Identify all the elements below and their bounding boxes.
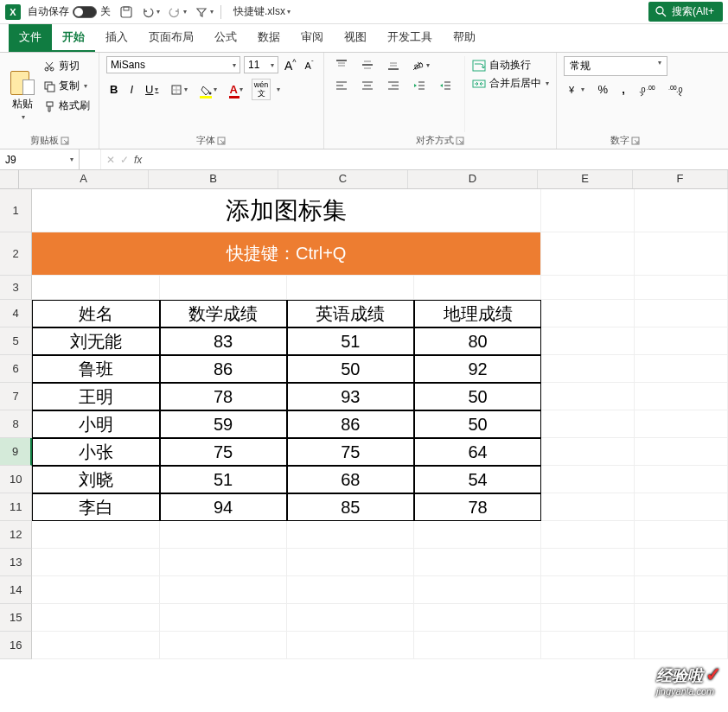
cell[interactable] <box>32 276 159 300</box>
table-cell[interactable]: 小明 <box>32 410 159 438</box>
cell[interactable] <box>414 276 541 300</box>
table-cell[interactable]: 51 <box>160 466 287 493</box>
font-name-select[interactable]: MiSans▾ <box>106 56 240 73</box>
dialog-launcher-icon[interactable] <box>456 137 464 145</box>
table-cell[interactable]: 50 <box>414 410 541 438</box>
underline-button[interactable]: U▾ <box>142 81 162 98</box>
cell[interactable] <box>541 604 635 632</box>
row-header[interactable]: 10 <box>0 466 32 493</box>
table-cell[interactable]: 50 <box>287 355 414 383</box>
cell[interactable] <box>414 604 541 632</box>
align-right-button[interactable] <box>383 77 404 94</box>
row-header[interactable]: 6 <box>0 355 32 383</box>
cell[interactable] <box>160 549 287 576</box>
col-header-E[interactable]: E <box>538 170 633 188</box>
tab-help[interactable]: 帮助 <box>443 24 486 52</box>
cell[interactable] <box>635 410 728 438</box>
row-header[interactable]: 4 <box>0 300 32 327</box>
table-cell[interactable]: 94 <box>160 493 287 521</box>
cell[interactable] <box>414 576 541 604</box>
undo-button[interactable]: ▾ <box>142 6 160 18</box>
select-all-corner[interactable] <box>0 170 19 188</box>
cell[interactable] <box>414 521 541 549</box>
autosave-toggle[interactable]: 自动保存 关 <box>28 4 111 19</box>
increase-font-button[interactable]: A^ <box>282 58 299 73</box>
cell[interactable] <box>635 493 728 521</box>
tab-formulas[interactable]: 公式 <box>204 24 247 52</box>
table-cell[interactable]: 刘晓 <box>32 466 159 493</box>
col-header-B[interactable]: B <box>149 170 278 188</box>
table-cell[interactable]: 93 <box>287 383 414 410</box>
cell[interactable] <box>287 276 414 300</box>
cell[interactable] <box>160 276 287 300</box>
cell[interactable] <box>635 355 728 383</box>
title-cell[interactable]: 添加图标集 <box>32 189 541 232</box>
merge-center-button[interactable]: 合并后居中▾ <box>472 76 549 91</box>
table-cell[interactable]: 50 <box>414 383 541 410</box>
table-cell[interactable]: 59 <box>160 410 287 438</box>
cell[interactable] <box>635 604 728 632</box>
cell[interactable] <box>635 549 728 576</box>
cell[interactable] <box>635 327 728 355</box>
table-header[interactable]: 地理成绩 <box>414 300 541 327</box>
table-cell[interactable]: 刘无能 <box>32 327 159 355</box>
row-header[interactable]: 5 <box>0 327 32 355</box>
row-header[interactable]: 13 <box>0 549 32 576</box>
bold-button[interactable]: B <box>106 81 121 98</box>
table-cell[interactable]: 64 <box>414 438 541 466</box>
row-header[interactable]: 1 <box>0 189 32 232</box>
cell[interactable] <box>541 383 635 410</box>
cell[interactable] <box>635 300 728 327</box>
cell[interactable] <box>541 276 635 300</box>
row-header[interactable]: 16 <box>0 632 32 659</box>
fill-color-button[interactable]: ▾ <box>196 82 220 98</box>
cell[interactable] <box>635 383 728 410</box>
italic-button[interactable]: I <box>126 81 137 98</box>
cell[interactable] <box>541 189 635 232</box>
align-middle-button[interactable] <box>357 56 378 73</box>
name-box[interactable]: J9▾ <box>0 149 80 169</box>
table-header[interactable]: 姓名 <box>32 300 159 327</box>
dialog-launcher-icon[interactable] <box>217 137 226 145</box>
align-center-button[interactable] <box>357 77 378 94</box>
tab-layout[interactable]: 页面布局 <box>138 24 204 52</box>
row-header[interactable]: 3 <box>0 276 32 300</box>
row-header[interactable]: 14 <box>0 576 32 604</box>
cell[interactable] <box>541 327 635 355</box>
comma-button[interactable]: , <box>618 81 629 98</box>
cell[interactable] <box>635 466 728 493</box>
increase-decimal-button[interactable]: .0.00 <box>635 81 658 98</box>
dialog-launcher-icon[interactable] <box>61 137 69 145</box>
worksheet[interactable]: ABCDEF 1添加图标集2快捷键：Ctrl+Q34姓名数学成绩英语成绩地理成绩… <box>0 170 728 659</box>
table-cell[interactable]: 李白 <box>32 493 159 521</box>
save-icon[interactable] <box>119 5 133 19</box>
row-header[interactable]: 8 <box>0 410 32 438</box>
search-box[interactable]: 搜索(Alt+ <box>648 2 723 22</box>
increase-indent-button[interactable] <box>435 77 456 94</box>
cell[interactable] <box>635 232 728 276</box>
col-header-A[interactable]: A <box>19 170 149 188</box>
cell[interactable] <box>287 604 414 632</box>
cell[interactable] <box>287 521 414 549</box>
format-painter-button[interactable]: 格式刷 <box>42 98 92 114</box>
dialog-launcher-icon[interactable] <box>631 137 640 145</box>
cell[interactable] <box>32 632 159 659</box>
table-cell[interactable]: 80 <box>414 327 541 355</box>
table-cell[interactable]: 鲁班 <box>32 355 159 383</box>
cell[interactable] <box>635 632 728 659</box>
row-header[interactable]: 11 <box>0 493 32 521</box>
row-header[interactable]: 9 <box>0 438 32 466</box>
tab-file[interactable]: 文件 <box>9 24 52 52</box>
redo-button[interactable]: ▾ <box>169 6 187 18</box>
subtitle-cell[interactable]: 快捷键：Ctrl+Q <box>32 232 541 276</box>
cell[interactable] <box>160 521 287 549</box>
row-header[interactable]: 12 <box>0 521 32 549</box>
cell[interactable] <box>32 576 159 604</box>
cell[interactable] <box>541 410 635 438</box>
cell[interactable] <box>635 189 728 232</box>
table-cell[interactable]: 54 <box>414 466 541 493</box>
tab-dev[interactable]: 开发工具 <box>377 24 443 52</box>
align-left-button[interactable] <box>331 77 352 94</box>
row-header[interactable]: 2 <box>0 232 32 276</box>
cell[interactable] <box>32 604 159 632</box>
